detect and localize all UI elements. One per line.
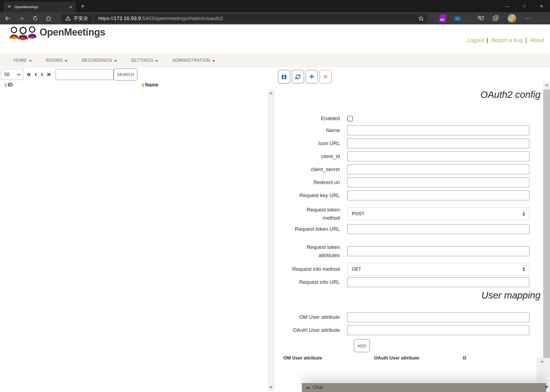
close-button[interactable]: ✕ <box>319 70 332 83</box>
icon-url-input[interactable] <box>347 139 529 148</box>
scroll-down-icon[interactable] <box>269 386 273 388</box>
refresh-button[interactable] <box>292 70 304 83</box>
search-button[interactable]: SEARCH <box>114 69 138 81</box>
oauth-user-attribute-label: OAuth User attribute <box>274 326 347 334</box>
redirect-uri-input[interactable] <box>347 178 529 187</box>
list-scrollbar[interactable] <box>267 89 274 391</box>
new-tab-button[interactable]: + <box>79 2 87 10</box>
nav-item-label: ROOMS <box>46 58 63 63</box>
user-mapping-title: User mapping <box>481 290 541 301</box>
page-size-value: 50 <box>4 72 9 77</box>
request-info-url-input[interactable] <box>347 277 529 287</box>
home-icon[interactable] <box>45 15 52 22</box>
browser-menu-icon[interactable]: ⋯ <box>525 15 531 22</box>
add-button[interactable]: + <box>306 70 318 83</box>
window-maximize-button[interactable]: □ <box>516 0 533 12</box>
user-mapping-form: OM User attributeOAuth User attributeADD… <box>274 312 536 361</box>
search-input[interactable] <box>56 69 114 80</box>
mapping-table-header-om-user-attribute: OM User attribute <box>283 355 322 361</box>
request-token-attributes-label: Request tokenattributes <box>274 243 347 259</box>
column-label-name: Name <box>145 82 158 88</box>
back-icon[interactable] <box>4 15 11 22</box>
refresh-page-icon[interactable] <box>32 15 39 22</box>
add-favorite-icon[interactable] <box>418 15 424 21</box>
chat-bar[interactable]: Chat <box>302 383 546 392</box>
oauth-user-attribute-input[interactable] <box>347 325 529 335</box>
om-user-attribute-label: OM User attribute <box>274 313 347 321</box>
favorites-bar-icon[interactable] <box>478 15 484 21</box>
scrollbar-thumb[interactable] <box>543 89 550 358</box>
header-link-logout[interactable]: Logout <box>467 37 484 43</box>
sort-icon <box>4 83 7 87</box>
tab-close-icon[interactable]: ✕ <box>69 5 72 9</box>
request-token-url-input[interactable] <box>347 224 529 234</box>
mapping-table-headers: OM User attributeOAuth User attributeD <box>274 355 536 361</box>
name-input[interactable] <box>347 126 529 135</box>
form-row-request-token-attributes: Request tokenattributes <box>274 243 536 259</box>
request-token-method-select[interactable]: POST <box>347 207 529 220</box>
header-link-about[interactable]: About <box>530 37 544 43</box>
page-scrollbar[interactable] <box>543 81 550 392</box>
browser-tab[interactable]: OpenMeetings ✕ <box>4 2 76 12</box>
select-value: GET <box>352 266 361 272</box>
url-path: :5443/openmeetings/#admin/oauth2 <box>141 15 223 21</box>
form-row-client-id: client_id <box>274 152 536 161</box>
nav-item-administration[interactable]: ADMINISTRATION <box>172 58 215 63</box>
chevron-down-icon <box>114 60 117 62</box>
header-link-report-a-bug[interactable]: Report a bug <box>491 37 523 43</box>
request-token-url-label: Request token URL <box>274 225 347 233</box>
last-page-button[interactable]: » <box>46 70 52 78</box>
client-secret-label: client_secret <box>274 165 347 173</box>
nav-item-rooms[interactable]: ROOMS <box>46 58 68 63</box>
request-key-url-input[interactable] <box>347 191 529 200</box>
scroll-up-icon[interactable] <box>545 84 549 86</box>
plus-icon: + <box>309 72 314 81</box>
nav-item-recordings[interactable]: RECORDINGS <box>82 58 117 63</box>
camera-extension-icon[interactable] <box>454 15 461 21</box>
nav-item-label: ADMINISTRATION <box>172 58 210 63</box>
select-arrows-icon <box>523 212 525 216</box>
form-row-redirect-uri: Redirect uri <box>274 178 536 187</box>
om-user-attribute-input[interactable] <box>347 312 529 322</box>
first-page-button[interactable]: « <box>25 70 32 78</box>
request-info-method-select[interactable]: GET <box>347 263 529 276</box>
app-header: OpenMeetings Logout|Report a bug|About <box>0 24 550 53</box>
toolbar-divider <box>469 15 469 22</box>
pagination: «‹›» <box>25 68 52 79</box>
add-mapping-row: ADD <box>354 339 536 352</box>
form-row-request-info-url: Request info URL <box>274 277 536 287</box>
chevron-down-icon <box>212 60 215 62</box>
nav-item-settings[interactable]: SETTINGS <box>131 58 158 63</box>
window-close-button[interactable]: ✕ <box>533 0 550 12</box>
page-size-select[interactable]: 50 <box>1 69 24 80</box>
request-token-attributes-input[interactable] <box>347 246 529 256</box>
nav-item-home[interactable]: HOME <box>14 58 32 63</box>
enabled-checkbox[interactable] <box>347 116 353 121</box>
save-button[interactable] <box>278 70 290 83</box>
scroll-up-icon[interactable] <box>269 92 273 94</box>
scroll-down-icon[interactable] <box>545 386 548 388</box>
profile-avatar[interactable] <box>507 14 516 23</box>
x-icon: ✕ <box>323 74 328 79</box>
extensions-area: RP ⋯ <box>439 14 531 23</box>
address-bar[interactable]: 不安全 https://172.16.93.9:5443/openmeeting… <box>62 14 427 23</box>
openmeetings-logo <box>8 26 39 42</box>
column-header-id[interactable]: ID <box>4 82 13 88</box>
collections-icon[interactable] <box>493 15 499 22</box>
column-header-name[interactable]: Name <box>142 82 158 88</box>
window-minimize-button[interactable]: — <box>499 0 516 12</box>
url-text: https://172.16.93.9:5443/openmeetings/#a… <box>98 15 415 21</box>
next-page-button[interactable]: › <box>39 70 44 78</box>
client-secret-input[interactable] <box>347 165 529 174</box>
client-id-input[interactable] <box>347 152 529 161</box>
add-mapping-button[interactable]: ADD <box>354 339 370 352</box>
rp-extension-icon[interactable]: RP <box>439 14 446 22</box>
nav-item-label: RECORDINGS <box>82 58 112 63</box>
form-row-request-token-method: Request tokenmethodPOST <box>274 206 536 222</box>
forward-icon[interactable] <box>18 15 25 22</box>
form-row-request-key-url: Request key URL <box>274 191 536 200</box>
prev-page-button[interactable]: ‹ <box>33 70 38 78</box>
scroll-up-icon[interactable] <box>540 360 544 362</box>
nav-item-label: HOME <box>14 58 27 63</box>
link-divider: | <box>487 37 488 43</box>
